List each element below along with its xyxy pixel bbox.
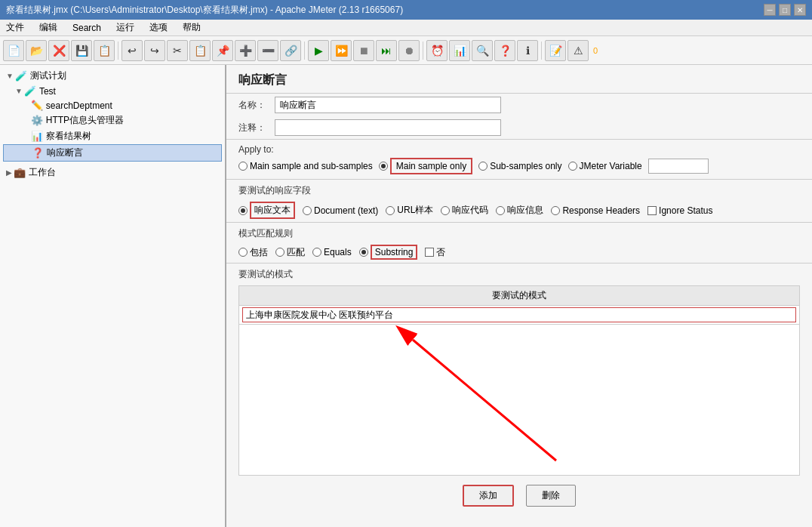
checkbox-not	[425, 248, 434, 257]
maximize-button[interactable]: □	[779, 4, 791, 16]
checkbox-ignore-status	[647, 206, 657, 215]
tree-item-view-results[interactable]: 📊 察看结果树	[3, 128, 222, 144]
tree-item-search-dept[interactable]: ✏️ searchDeptment	[3, 98, 222, 112]
apply-sub-only[interactable]: Sub-samples only	[478, 161, 561, 171]
menu-run[interactable]: 运行	[113, 20, 137, 35]
view-results-icon: 📊	[31, 131, 43, 142]
toolbar-copy[interactable]: 📋	[189, 40, 211, 61]
title-bar: 察看结果树.jmx (C:\Users\Administrator\Deskto…	[0, 0, 812, 20]
comment-row: 注释：	[226, 116, 812, 139]
toolbar-expand[interactable]: ➕	[235, 40, 256, 61]
radio-main-sub	[238, 162, 248, 171]
minimize-button[interactable]: ─	[764, 4, 776, 16]
tree-item-workbench[interactable]: ▶ 💼 工作台	[3, 165, 222, 180]
toolbar-list[interactable]: 📝	[545, 40, 566, 61]
equals-label: Equals	[324, 247, 352, 257]
pattern-empty-area	[238, 325, 800, 476]
pattern-section: 要测试的模式	[226, 282, 812, 479]
match-substring[interactable]: Substring	[359, 245, 418, 260]
expand-icon	[27, 116, 29, 125]
toolbar-undo[interactable]: ↩	[121, 40, 143, 61]
match-equals[interactable]: Equals	[312, 247, 352, 257]
apply-main-sub[interactable]: Main sample and sub-samples	[238, 161, 373, 171]
toolbar-new[interactable]: 📄	[3, 40, 24, 61]
radio-matches	[275, 248, 285, 257]
toolbar-remote-start[interactable]: ⏺	[398, 40, 420, 61]
delete-button[interactable]: 删除	[526, 485, 576, 507]
toolbar-redo[interactable]: ↪	[144, 40, 165, 61]
tree-item-label: HTTP信息头管理器	[46, 114, 124, 127]
toolbar-search[interactable]: 🔍	[472, 40, 493, 61]
field-ignore-status[interactable]: Ignore Status	[647, 205, 712, 216]
pattern-input[interactable]	[242, 307, 796, 322]
toolbar-start[interactable]: ▶	[308, 40, 329, 61]
workbench-icon: 💼	[14, 167, 26, 178]
tree-item-label: 测试计划	[30, 69, 66, 82]
menu-file[interactable]: 文件	[3, 20, 27, 35]
window-title: 察看结果树.jmx (C:\Users\Administrator\Deskto…	[6, 4, 403, 17]
match-rules-group: 包括 匹配 Equals Substring 否	[226, 242, 812, 263]
toolbar-help[interactable]: ❓	[494, 40, 515, 61]
field-url[interactable]: URL样本	[386, 204, 433, 217]
radio-sub-only	[478, 162, 488, 171]
response-field-label: 要测试的响应字段	[226, 180, 812, 199]
menu-options[interactable]: 选项	[146, 20, 171, 35]
toolbar-warning[interactable]: ⚠	[567, 40, 589, 61]
toolbar-stop[interactable]: ⏹	[353, 40, 374, 61]
add-button[interactable]: 添加	[463, 485, 514, 507]
tree-item-http-header[interactable]: ⚙️ HTTP信息头管理器	[3, 112, 222, 128]
toolbar-remote[interactable]: 🔗	[280, 40, 301, 61]
field-response-message[interactable]: 响应信息	[496, 204, 543, 217]
expand-icon	[27, 101, 29, 109]
field-response-code[interactable]: 响应代码	[441, 204, 488, 217]
toolbar-timer[interactable]: ⏰	[426, 40, 448, 61]
field-response-headers[interactable]: Response Headers	[551, 205, 640, 216]
contains-label: 包括	[250, 246, 268, 259]
expand-icon: ▼	[6, 72, 14, 80]
toolbar-save-as[interactable]: 📋	[94, 40, 115, 61]
assert-icon: ❓	[32, 147, 44, 159]
comment-label: 注释：	[238, 122, 269, 134]
tree-item-test[interactable]: ▼ 🧪 Test	[3, 84, 222, 98]
name-label: 名称：	[238, 99, 269, 112]
response-field-group: 响应文本 Document (text) URL样本 响应代码 响应信息 Res	[226, 199, 812, 222]
tree-item-test-plan[interactable]: ▼ 🧪 测试计划	[3, 68, 222, 84]
toolbar-collapse[interactable]: ➖	[257, 40, 278, 61]
toolbar-stop-now[interactable]: ⏭	[376, 40, 397, 61]
field-response-text[interactable]: 响应文本	[238, 202, 295, 219]
tree-item-label: 响应断言	[47, 146, 83, 159]
toolbar-aggregate[interactable]: 📊	[449, 40, 470, 61]
toolbar-sep-1	[118, 42, 118, 60]
close-button[interactable]: ✕	[794, 4, 806, 16]
radio-equals	[312, 248, 321, 257]
toolbar-close[interactable]: ❌	[48, 40, 69, 61]
toolbar-info[interactable]: ℹ	[517, 40, 538, 61]
menu-edit[interactable]: 编辑	[36, 20, 60, 35]
comment-input[interactable]	[275, 119, 501, 136]
toolbar: 📄 📂 ❌ 💾 📋 ↩ ↪ ✂ 📋 📌 ➕ ➖ 🔗 ▶ ⏩ ⏹ ⏭ ⏺ ⏰ 📊 …	[0, 36, 812, 65]
jmeter-var-input[interactable]	[648, 159, 709, 174]
radio-response-code	[441, 206, 450, 215]
toolbar-open[interactable]: 📂	[26, 40, 47, 61]
name-input[interactable]	[275, 97, 501, 113]
substring-label: Substring	[371, 245, 418, 260]
menu-help[interactable]: 帮助	[180, 20, 204, 35]
radio-contains	[238, 248, 248, 257]
toolbar-start-no-pause[interactable]: ⏩	[331, 40, 352, 61]
toolbar-save[interactable]: 💾	[71, 40, 92, 61]
apply-main-only[interactable]: Main sample only	[379, 158, 472, 174]
field-document[interactable]: Document (text)	[303, 205, 378, 216]
bottom-buttons: 添加 删除	[226, 479, 812, 513]
apply-jmeter-var-label: JMeter Variable	[580, 161, 642, 171]
response-headers-label: Response Headers	[562, 205, 640, 216]
toolbar-paste[interactable]: 📌	[212, 40, 233, 61]
patterns-section-label: 要测试的模式	[226, 264, 812, 282]
response-message-label: 响应信息	[507, 204, 543, 217]
match-not[interactable]: 否	[425, 246, 445, 259]
match-matches[interactable]: 匹配	[275, 246, 305, 259]
match-contains[interactable]: 包括	[238, 246, 268, 259]
apply-jmeter-var[interactable]: JMeter Variable	[568, 161, 642, 171]
menu-search[interactable]: Search	[69, 22, 104, 34]
tree-item-assert[interactable]: ❓ 响应断言	[3, 144, 222, 162]
toolbar-cut[interactable]: ✂	[167, 40, 188, 61]
